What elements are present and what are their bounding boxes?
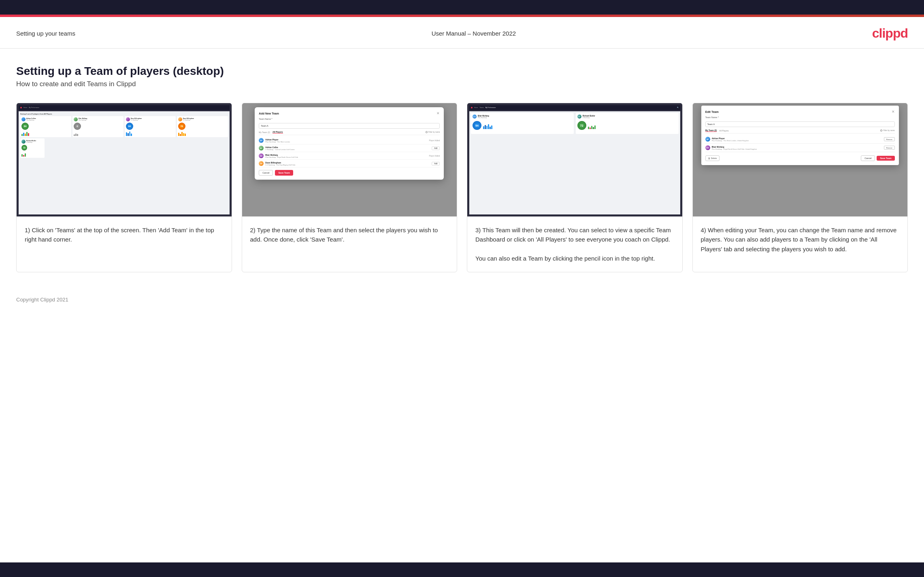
player-add-btn-2[interactable]: Add xyxy=(432,146,440,150)
ss1-p5-score: 72 xyxy=(21,145,27,151)
ss3-score-row-richard: 72 xyxy=(577,120,677,131)
copyright: Copyright Clippd 2021 xyxy=(16,297,68,303)
edit-filter-checkbox[interactable] xyxy=(880,129,882,132)
edit-player-avatar-2: BM xyxy=(705,145,710,150)
ss3-body: BM Blair McHarg Plus Handicap 94 xyxy=(469,111,680,214)
ss1-players-top-row: Adrian Collins Plus Handicap 84 xyxy=(20,116,228,137)
cancel-button[interactable]: Cancel xyxy=(259,170,273,176)
ss1-p4-sub: 5.5 Handicap xyxy=(183,119,194,121)
footer: Copyright Clippd 2021 xyxy=(0,293,924,311)
modal-team-name-input[interactable] xyxy=(259,123,440,129)
ss3-pcard-richard-header: RB Richard Butler 4 Handicap xyxy=(577,115,677,119)
player-avatar-4: DB xyxy=(259,161,264,166)
edit-tab-all-players[interactable]: All Players xyxy=(719,129,729,132)
modal-team-name-label: Team Name * xyxy=(259,118,440,120)
screenshot-2-add-team-modal: Add New Team ✕ Team Name * My Team (2) A… xyxy=(242,103,457,216)
modal-tab-my-team[interactable]: My Team (2) xyxy=(259,131,270,134)
screenshot-3-team-created: Home Teams My Performance 🔍 BM xyxy=(467,103,682,216)
trash-icon: 🗑 xyxy=(708,157,710,159)
ss3-bars-blair xyxy=(483,123,492,129)
player-add-btn-4[interactable]: Add xyxy=(432,162,440,165)
card-4-screenshot: Edit Team ✕ Team Name * My Team (2) All … xyxy=(693,103,908,216)
edit-tab-my-team[interactable]: My Team (2) xyxy=(705,129,717,132)
edit-team-name-input[interactable] xyxy=(705,121,895,127)
ss3-nav: Home Teams My Performance 🔍 xyxy=(469,105,680,110)
edit-team-name-label: Team Name * xyxy=(705,116,895,119)
player-status-3: Player Added xyxy=(429,155,440,157)
player-row-1: AP Adrian Player Plus Handicap · The Shi… xyxy=(259,137,440,144)
ss1-body: Seeing 5 out of 5 players from All Playe… xyxy=(19,111,230,214)
ss3-pname-blair: Blair McHarg xyxy=(478,115,489,117)
card-1-text: 1) Click on 'Teams' at the top of the sc… xyxy=(17,216,232,272)
card-2-text: 2) Type the name of this Team and then s… xyxy=(242,216,457,272)
header-center: User Manual – November 2022 xyxy=(432,30,516,37)
remove-player-btn-1[interactable]: Remove xyxy=(884,137,895,141)
player-status-1: Player Added xyxy=(429,140,440,142)
ss1-players-bottom-row: Richard Butler 4 Handicap 72 xyxy=(20,138,228,158)
modal-tabs: My Team (2) All Players Filter by name xyxy=(259,131,440,135)
edit-modal-tabs: My Team (2) All Players Filter by name xyxy=(705,129,895,134)
card-2-screenshot: Add New Team ✕ Team Name * My Team (2) A… xyxy=(242,103,457,216)
ss3-nav-search: 🔍 xyxy=(677,107,679,108)
player-avatar-2: AC xyxy=(259,146,264,151)
card-3-text: 3) This Team will then be created. You c… xyxy=(467,216,682,272)
ss3-score-row-blair: 94 xyxy=(473,120,572,131)
modal-header: Add New Team ✕ xyxy=(259,111,440,115)
ss1-player-card-5: Richard Butler 4 Handicap 72 xyxy=(20,138,45,158)
header-left: Setting up your teams xyxy=(16,30,75,37)
modal-close-icon[interactable]: ✕ xyxy=(436,111,440,115)
header: Setting up your teams User Manual – Nove… xyxy=(0,17,924,49)
ss1-nav-teams: My Performance xyxy=(29,107,39,108)
player-detail-3: Plus Handicap · Royal North Devon Golf C… xyxy=(265,156,427,158)
ss1-p1-sub: Plus Handicap xyxy=(26,119,36,121)
ss3-pcard-blair-header: BM Blair McHarg Plus Handicap xyxy=(473,115,572,119)
player-list: AP Adrian Player Plus Handicap · The Shi… xyxy=(259,137,440,168)
ss1-player-card-3: Dave Billingham 5.5 Handicap 94 xyxy=(125,116,176,137)
edit-player-info-2: Blair McHarg Plus Handicap · Royal North… xyxy=(712,146,882,150)
ss1-p3-bars xyxy=(126,131,175,136)
ss1-p3-sub: 5.5 Handicap xyxy=(131,119,142,121)
ss1-p1-score: 84 xyxy=(21,123,29,130)
ss1-p5-sub: 4 Handicap xyxy=(26,142,36,143)
save-team-button[interactable]: Save Team xyxy=(275,170,293,176)
ss1-p2-score: 0 xyxy=(74,123,81,130)
filter-checkbox[interactable] xyxy=(426,131,428,133)
edit-player-info-1: Adrian Player Plus Handicap · The Shire … xyxy=(712,137,882,142)
ss3-pcard-richard: RB Richard Butler 4 Handicap 72 xyxy=(576,113,679,134)
edit-modal-title: Edit Team xyxy=(705,110,719,113)
ss3-score-richard: 72 xyxy=(577,121,586,130)
player-detail-1: Plus Handicap · The Shire London xyxy=(265,141,427,143)
ss1-player-card-4: Dave Billingham 5.5 Handicap 78 xyxy=(177,116,228,137)
ss3-psub-blair: Plus Handicap xyxy=(478,117,489,119)
bottom-bar xyxy=(0,562,924,577)
ss1-p2-sub: Plus Handicap xyxy=(79,119,87,121)
edit-modal-close-icon[interactable]: ✕ xyxy=(892,110,895,114)
modal-footer: Cancel Save Team xyxy=(259,170,440,176)
modal-tab-all-players[interactable]: All Players xyxy=(273,131,283,134)
ss1-heading: Seeing 5 out of 5 players from All Playe… xyxy=(20,113,228,115)
screenshot-1-teams-dashboard: Home My Performance Seeing 5 out of 5 pl… xyxy=(17,103,232,216)
player-row-3: BM Blair McHarg Plus Handicap · Royal No… xyxy=(259,152,440,160)
edit-cancel-button[interactable]: Cancel xyxy=(861,155,875,161)
ss3-nav-teams: Teams xyxy=(479,107,483,108)
edit-player-detail-1: Plus Handicap · The Shire London, United… xyxy=(712,140,882,142)
remove-player-btn-2[interactable]: Remove xyxy=(884,146,895,150)
card-2: Add New Team ✕ Team Name * My Team (2) A… xyxy=(242,103,458,272)
edit-player-avatar-1: AP xyxy=(705,137,710,142)
cards-row: Home My Performance Seeing 5 out of 5 pl… xyxy=(16,103,908,272)
edit-team-modal: Edit Team ✕ Team Name * My Team (2) All … xyxy=(701,106,899,165)
ss1-p2-bars xyxy=(74,131,122,136)
player-info-1: Adrian Player Plus Handicap · The Shire … xyxy=(265,138,427,143)
card-1: Home My Performance Seeing 5 out of 5 pl… xyxy=(16,103,232,272)
page-subtitle: How to create and edit Teams in Clippd xyxy=(16,80,908,88)
ss1-player-card-1: Adrian Collins Plus Handicap 84 xyxy=(20,116,71,137)
card-3: Home Teams My Performance 🔍 BM xyxy=(467,103,683,272)
page-title: Setting up a Team of players (desktop) xyxy=(16,65,908,78)
main-content: Setting up a Team of players (desktop) H… xyxy=(0,49,924,293)
ss3-psub-richard: 4 Handicap xyxy=(583,117,595,119)
delete-button[interactable]: 🗑 Delete xyxy=(705,155,720,161)
edit-player-row-1: AP Adrian Player Plus Handicap · The Shi… xyxy=(705,135,895,144)
card-4-text: 4) When editing your Team, you can chang… xyxy=(693,216,908,272)
ss1-p1-bars xyxy=(21,131,70,136)
edit-save-team-button[interactable]: Save Team xyxy=(877,156,894,161)
